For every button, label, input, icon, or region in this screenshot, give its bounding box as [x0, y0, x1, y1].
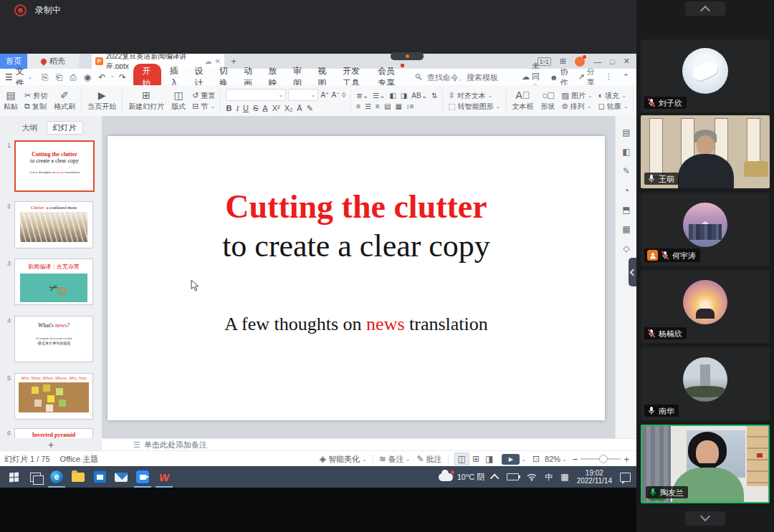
reset-button[interactable]: ↺重置	[192, 92, 215, 100]
beautify-button[interactable]: 智能美化	[328, 454, 360, 465]
textbox-button[interactable]: A⃞文本框	[509, 85, 538, 116]
align-text-button[interactable]: ⇳对齐文本⌄	[448, 92, 500, 100]
participant-tile-2[interactable]: 王萌	[641, 115, 770, 188]
reading-view-button[interactable]: ◨	[482, 453, 496, 465]
slide-thumbnail-5[interactable]: Who, What, When, Where, Why, How	[14, 373, 93, 420]
print-icon[interactable]: ⎙	[70, 72, 77, 82]
bullets-button[interactable]: ≣⌄	[356, 92, 368, 100]
underline-button[interactable]: U	[243, 104, 249, 112]
export-icon[interactable]: ⎗	[56, 72, 63, 82]
meeting-floating-bar[interactable]	[391, 52, 424, 60]
to-smartart-button[interactable]: ⬚转智能图形⌄	[448, 102, 500, 110]
undo-icon[interactable]: ↶	[98, 72, 105, 82]
taskbar-wps[interactable]: W	[153, 466, 175, 488]
panel-collapse-handle[interactable]	[629, 258, 636, 286]
more-menu-icon[interactable]: ⋮	[605, 72, 613, 82]
slide-thumbnail-4[interactable]: What's news? •A report of recent events …	[14, 316, 93, 362]
cut-button[interactable]: ✂剪切	[24, 92, 47, 100]
add-slide-button[interactable]: +	[0, 438, 102, 450]
highlight-button[interactable]: ✎	[307, 104, 313, 113]
shape-button[interactable]: ○□形状	[538, 85, 559, 116]
participant-tile-6[interactable]: 陶友兰	[641, 425, 770, 503]
taskbar-store[interactable]	[89, 466, 110, 488]
font-name-select[interactable]: ⌄	[226, 89, 286, 101]
properties-panel-icon[interactable]: ▤	[622, 127, 630, 137]
sort-button[interactable]: ⇅	[431, 92, 437, 100]
zoom-slider[interactable]	[580, 458, 621, 460]
clear-format-icon[interactable]: ◊	[342, 89, 345, 101]
current-slide[interactable]: Cutting the clutter to create a clear co…	[108, 136, 605, 420]
start-button[interactable]	[3, 466, 24, 488]
command-search[interactable]: 🔍︎	[414, 72, 522, 82]
bold-button[interactable]: B	[226, 104, 231, 112]
notes-bar[interactable]: ☰ 单击此处添加备注	[102, 438, 636, 451]
object-panel-icon[interactable]: ◧	[622, 147, 630, 157]
increase-indent-button[interactable]: ◨	[401, 92, 407, 100]
media-panel-icon[interactable]: ◇	[623, 243, 629, 253]
fit-slide-icon[interactable]: ⊡	[532, 454, 540, 464]
comments-button[interactable]: 批注	[426, 454, 442, 465]
action-center-icon[interactable]	[620, 473, 631, 482]
clock-panel-icon[interactable]: ◔	[624, 185, 629, 195]
copy-button[interactable]: ⧉复制	[24, 102, 47, 110]
sidebar-scroll-down-button[interactable]	[685, 511, 725, 526]
share-button[interactable]: ↗分享	[578, 67, 595, 88]
shape-panel-icon[interactable]: ⬒	[622, 205, 630, 215]
save-icon[interactable]: ⎘	[42, 72, 49, 82]
new-slide-button[interactable]: ⊞新建幻灯片	[125, 85, 168, 116]
network-icon[interactable]	[527, 473, 537, 481]
participant-tile-5[interactable]: 南华	[641, 347, 770, 420]
collaborate-button[interactable]: ☻协作	[550, 67, 568, 88]
slide-canvas[interactable]: Cutting the clutter to create a clear co…	[102, 116, 615, 438]
search-input[interactable]	[426, 72, 522, 82]
superscript-button[interactable]: X²	[272, 104, 280, 112]
panel-tab-slides[interactable]: 幻灯片	[47, 121, 83, 135]
weather-widget[interactable]: 10°C 阴	[439, 472, 485, 483]
normal-view-button[interactable]: ◫	[454, 453, 469, 465]
participant-tile-4[interactable]: 杨楠欣	[641, 270, 770, 343]
taskbar-file-explorer[interactable]	[67, 466, 89, 488]
slide-thumbnail-1[interactable]: Cutting the clutter to create a clear co…	[14, 140, 95, 192]
taskbar-meeting-app[interactable]	[132, 466, 153, 488]
zoom-level[interactable]: 82%	[545, 455, 560, 463]
paste-button[interactable]: ▤粘贴	[0, 85, 22, 116]
taskbar-clock[interactable]: 19:02 2022/11/14	[577, 469, 612, 485]
panel-tab-outline[interactable]: 大纲	[19, 121, 41, 135]
task-view-button[interactable]	[24, 466, 46, 488]
theme-name[interactable]: Office 主题	[60, 454, 99, 465]
slide-sorter-view-button[interactable]: ⊞	[469, 453, 482, 465]
layout-button[interactable]: ◫版式	[168, 85, 189, 116]
redo-icon[interactable]: ↷	[119, 72, 126, 82]
format-painter-button[interactable]: ✐格式刷	[50, 85, 79, 116]
section-button[interactable]: ⊟节⌄	[192, 102, 215, 110]
keyboard-icon[interactable]: ▦	[560, 472, 568, 482]
participant-tile-3[interactable]: 何宇涛	[641, 193, 770, 266]
zoom-out-button[interactable]: −	[573, 454, 578, 465]
tray-expand-icon[interactable]	[490, 473, 500, 483]
battery-icon[interactable]	[507, 473, 519, 480]
decrease-indent-button[interactable]: ◧	[389, 92, 396, 100]
align-center-button[interactable]: ☰	[365, 102, 371, 110]
increase-font-icon[interactable]: A⁺	[320, 89, 329, 101]
zoom-in-button[interactable]: +	[624, 454, 629, 465]
decrease-font-icon[interactable]: A⁻	[331, 89, 340, 101]
italic-button[interactable]: I	[236, 104, 239, 112]
numbering-button[interactable]: ☰⌄	[373, 92, 385, 100]
slide-thumbnail-3[interactable]: 新闻编译：去芜存菁 ✂	[14, 258, 93, 305]
slideshow-play-button[interactable]: ▶	[502, 454, 520, 465]
strikethrough-button[interactable]: S	[253, 104, 258, 112]
font-size-select[interactable]: ⌄	[288, 89, 318, 101]
taskbar-edge[interactable]: e	[46, 466, 67, 488]
align-left-button[interactable]: ≡	[356, 102, 360, 110]
picture-button[interactable]: ▨图片⌄	[562, 92, 593, 100]
justify-button[interactable]: ▤	[384, 102, 391, 110]
edit-panel-icon[interactable]: ✎	[623, 166, 630, 176]
slide-thumbnail-2[interactable]: Clutter: a confused mass	[14, 201, 93, 248]
font-color-button[interactable]: A̲	[262, 104, 267, 112]
subscript-button[interactable]: X₂	[285, 104, 293, 112]
sidebar-scroll-up-button[interactable]	[685, 1, 725, 16]
undo-caret-icon[interactable]: ⌄	[110, 72, 115, 82]
distribute-button[interactable]: ▦	[395, 102, 401, 110]
ime-indicator[interactable]: 中	[545, 472, 553, 483]
notes-button[interactable]: 备注	[388, 454, 404, 465]
